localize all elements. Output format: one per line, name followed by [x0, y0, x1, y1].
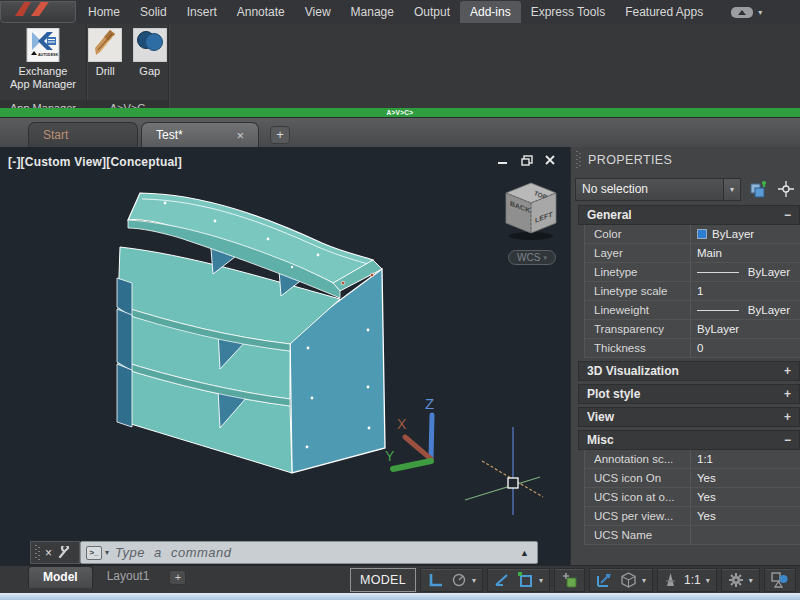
- menu-add-ins[interactable]: Add-ins: [460, 1, 521, 23]
- viewport-close-icon[interactable]: [545, 155, 556, 166]
- polar-tracking-icon[interactable]: [494, 572, 510, 588]
- close-tab-icon[interactable]: ×: [236, 128, 244, 143]
- chevron-down-icon[interactable]: ▾: [539, 576, 543, 585]
- lineweight-value[interactable]: ByLayer: [690, 301, 800, 319]
- quick-select-button[interactable]: [777, 180, 796, 199]
- new-tab-button[interactable]: +: [270, 126, 290, 144]
- collapse-icon[interactable]: −: [784, 433, 791, 447]
- file-tab-start[interactable]: Start: [28, 122, 138, 147]
- menu-express-tools[interactable]: Express Tools: [521, 1, 615, 23]
- menu-manage[interactable]: Manage: [341, 1, 404, 23]
- section-view[interactable]: View +: [578, 407, 800, 427]
- menu-home[interactable]: Home: [78, 1, 130, 23]
- application-logo-button[interactable]: [0, 1, 76, 23]
- isometric-drafting-icon[interactable]: [451, 572, 467, 588]
- windows-taskbar-edge: [0, 593, 800, 600]
- tab-layout1[interactable]: Layout1: [93, 566, 164, 587]
- annotation-scale-icon[interactable]: [664, 572, 677, 588]
- 3d-object-snap-cube-icon[interactable]: [620, 572, 637, 589]
- ucs-icon-at-origin-value[interactable]: Yes: [690, 488, 800, 506]
- menu-annotate[interactable]: Annotate: [227, 1, 295, 23]
- ortho-mode-icon[interactable]: [427, 572, 444, 588]
- command-expand-icon[interactable]: ▲: [520, 548, 529, 558]
- isolate-objects-icon[interactable]: [771, 572, 789, 589]
- command-line[interactable]: × >_ ▾ Type a command ▲: [30, 541, 538, 564]
- tab-model[interactable]: Model: [28, 566, 93, 588]
- chevron-down-icon[interactable]: ▾: [758, 8, 762, 17]
- ribbon-minimize-button[interactable]: ▾: [731, 7, 762, 18]
- exchange-label-line1: Exchange: [10, 65, 76, 78]
- menu-insert[interactable]: Insert: [177, 1, 227, 23]
- annotation-scale-value[interactable]: 1:1: [690, 450, 800, 468]
- menu-featured-apps[interactable]: Featured Apps: [615, 1, 713, 23]
- menu-view[interactable]: View: [295, 1, 341, 23]
- section-plot-style[interactable]: Plot style +: [578, 384, 800, 404]
- ucs-icon-on-value[interactable]: Yes: [690, 469, 800, 487]
- drill-button[interactable]: A>V>C> Drill: [87, 28, 124, 100]
- expand-icon[interactable]: +: [784, 410, 791, 424]
- ucs-per-viewport-value[interactable]: Yes: [690, 507, 800, 525]
- annotation-autoscale-icon[interactable]: [561, 572, 578, 588]
- panel-grip[interactable]: [576, 151, 581, 169]
- workspace-gear-icon[interactable]: [728, 572, 744, 588]
- properties-panel: PROPERTIES No selection ▾ General −: [570, 147, 800, 565]
- command-customize-wrench-icon[interactable]: [57, 546, 70, 559]
- properties-body: General − Color ByLayer Layer Main Linet…: [571, 205, 800, 545]
- new-layout-button[interactable]: +: [169, 570, 186, 585]
- menu-output[interactable]: Output: [404, 1, 460, 23]
- svg-text:AUTODESK: AUTODESK: [38, 53, 59, 57]
- command-input[interactable]: >_ ▾ Type a command ▲: [80, 541, 538, 564]
- object-snap-icon[interactable]: [517, 572, 534, 588]
- selection-dropdown[interactable]: No selection ▾: [575, 178, 741, 201]
- expand-icon[interactable]: +: [784, 364, 791, 378]
- color-swatch: [697, 229, 707, 239]
- property-row-color: Color ByLayer: [585, 225, 800, 244]
- wcs-dropdown[interactable]: WCS ▾: [508, 250, 556, 265]
- linetype-value[interactable]: ByLayer: [690, 263, 800, 281]
- viewport-minimize-icon[interactable]: [497, 155, 509, 166]
- exchange-app-manager-button[interactable]: AUTODESK Exchange App Manager: [4, 28, 82, 100]
- section-3d-visualization[interactable]: 3D Visualization +: [578, 361, 800, 381]
- toggle-pickadd-button[interactable]: [749, 180, 769, 199]
- viewcube-cube[interactable]: TOP BACK LEFT: [501, 180, 563, 242]
- command-placeholder: Type a command: [115, 545, 520, 560]
- property-row-thickness: Thickness 0: [585, 339, 800, 358]
- property-row-layer: Layer Main: [585, 244, 800, 263]
- chevron-down-icon[interactable]: ▾: [723, 179, 740, 200]
- gap-icon: [133, 28, 167, 62]
- viewcube[interactable]: TOP BACK LEFT WCS ▾: [501, 180, 563, 265]
- collapse-icon[interactable]: −: [784, 208, 791, 222]
- menu-solid[interactable]: Solid: [130, 1, 177, 23]
- thickness-value[interactable]: 0: [690, 339, 800, 357]
- expand-icon[interactable]: +: [784, 387, 791, 401]
- model-space-button[interactable]: MODEL: [350, 568, 416, 592]
- gap-button[interactable]: A>V>C> Gap: [132, 28, 169, 100]
- exchange-label-line2: App Manager: [10, 78, 76, 91]
- chevron-down-icon[interactable]: ▾: [472, 576, 476, 585]
- linetype-scale-value[interactable]: 1: [690, 282, 800, 300]
- section-general[interactable]: General −: [578, 205, 800, 225]
- command-history-caret[interactable]: ▾: [105, 548, 109, 557]
- chevron-down-icon[interactable]: ▾: [706, 576, 710, 585]
- ribbon-panel-app-manager: AUTODESK Exchange App Manager App Manage…: [0, 24, 87, 117]
- transparency-value[interactable]: ByLayer: [690, 320, 800, 338]
- exchange-app-manager-icon: AUTODESK: [26, 28, 60, 62]
- command-close-icon[interactable]: ×: [45, 548, 52, 558]
- drill-label: Drill: [96, 65, 115, 78]
- command-line-grip[interactable]: [35, 545, 40, 560]
- annotation-scale-value[interactable]: 1:1: [684, 573, 701, 587]
- color-value[interactable]: ByLayer: [690, 225, 800, 243]
- chevron-down-icon[interactable]: ▾: [749, 576, 753, 585]
- linetype-line-sample: [697, 272, 739, 273]
- section-misc[interactable]: Misc −: [578, 430, 800, 450]
- property-row-linetype: Linetype ByLayer: [585, 263, 800, 282]
- dynamic-ucs-icon[interactable]: [596, 572, 613, 588]
- viewport-controls-label[interactable]: [-][Custom View][Conceptual]: [8, 155, 182, 169]
- file-tab-test[interactable]: Test* ×: [141, 122, 259, 147]
- command-line-toolbar: ×: [30, 541, 80, 564]
- chevron-down-icon[interactable]: ▾: [642, 576, 646, 585]
- ucs-name-value[interactable]: [690, 526, 800, 544]
- drawing-viewport[interactable]: [-][Custom View][Conceptual] TOP BACK LE…: [0, 147, 570, 565]
- layer-value[interactable]: Main: [690, 244, 800, 262]
- viewport-restore-icon[interactable]: [521, 155, 533, 166]
